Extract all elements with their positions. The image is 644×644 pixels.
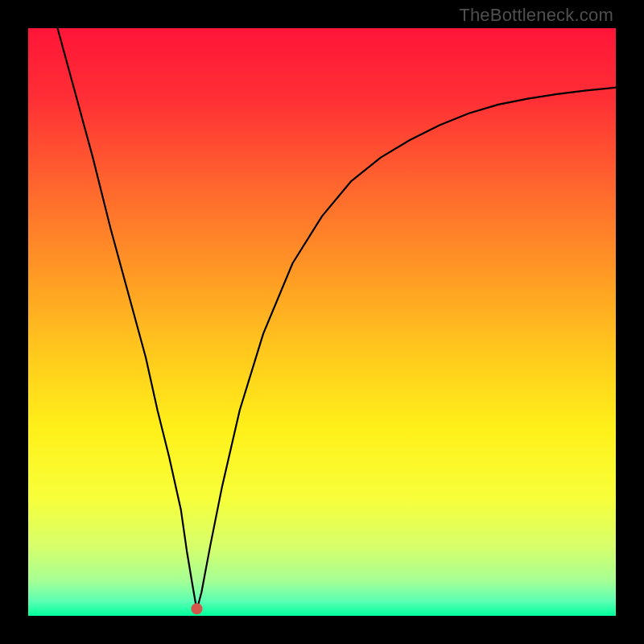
bottleneck-curve — [58, 28, 617, 610]
curve-layer — [28, 28, 616, 616]
minimum-marker — [192, 603, 203, 614]
chart-frame: TheBottleneck.com — [0, 0, 644, 644]
plot-area — [28, 28, 616, 616]
watermark-text: TheBottleneck.com — [459, 5, 613, 26]
